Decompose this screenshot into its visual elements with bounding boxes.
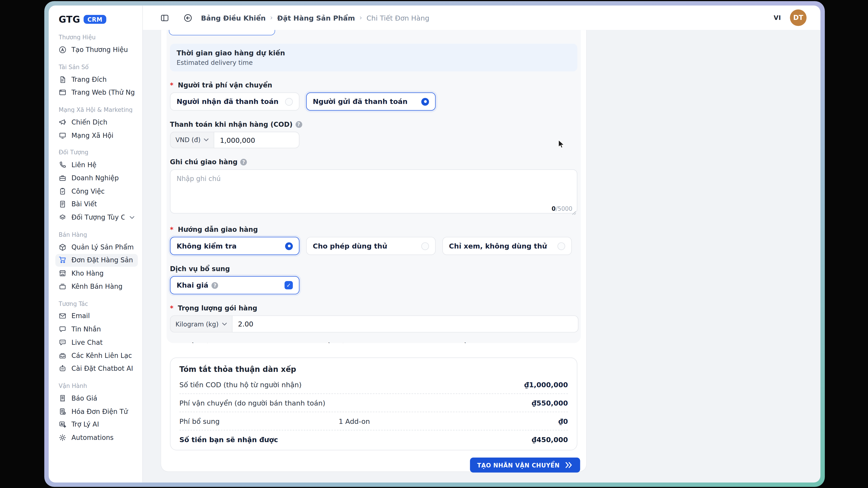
radio-selected-icon[interactable] [421, 98, 429, 105]
sidebar-item-doanh-nghiep[interactable]: Doanh Nghiệp [55, 171, 138, 185]
help-icon[interactable] [296, 121, 302, 128]
sidebar-item-cac-kenh-lien-lac[interactable]: Các Kênh Liên Lạc [55, 349, 138, 362]
summary-title: Tóm tắt thỏa thuận dàn xếp [179, 365, 568, 376]
height-label: Chiều cao [442, 343, 572, 343]
sidebar-item-don-dat-hang[interactable]: Đơn Đặt Hàng Sản Phẩ... [55, 254, 138, 267]
resize-handle-icon[interactable] [572, 211, 577, 215]
services-options: Khai giá [170, 276, 577, 294]
avatar[interactable]: DT [790, 9, 807, 26]
instruction-option-allow-trial[interactable]: Cho phép dùng thử [306, 237, 436, 255]
sidebar-item-tro-ly-ai[interactable]: Trợ Lý AI [55, 418, 138, 431]
brand-name: GTG [59, 14, 80, 25]
instruction-option-view-only[interactable]: Chỉ xem, không dùng thử [442, 237, 572, 255]
double-chevron-right-icon [565, 462, 573, 468]
sidebar-item-doi-tuong-tuy-chinh[interactable]: Đối Tượng Tùy Chỉnh [55, 211, 138, 224]
truncated-select-field[interactable] [169, 30, 275, 35]
sidebar-item-email[interactable]: Email [55, 310, 138, 323]
addon-count: 1 Add-on [339, 417, 558, 425]
create-shipping-label-button[interactable]: TẠO NHÃN VẬN CHUYỂN [470, 457, 580, 473]
sidebar-item-tao-thuong-hieu[interactable]: Tạo Thương Hiệu [55, 43, 138, 56]
receipt-icon [59, 394, 66, 402]
channel-icon [59, 283, 66, 290]
chevron-down-icon [204, 138, 209, 142]
length-label: Chiều dài [170, 343, 300, 343]
topbar: Bảng Điều Khiển › Đặt Hàng Sản Phẩm › Ch… [143, 5, 820, 30]
arrow-left-circle-icon [184, 13, 192, 22]
sidebar-item-hoa-don-dien-tu[interactable]: Hóa Đơn Điện Tử [55, 405, 138, 418]
sidebar-item-chatbot-ai[interactable]: Cài Đặt Chatbot AI [55, 362, 138, 375]
dimension-labels: Chiều dài cm Chiều rộng [170, 343, 577, 343]
sidebar-item-bai-viet[interactable]: Bài Viết [55, 198, 138, 211]
logo: GTG CRM [59, 12, 137, 27]
sidebar: GTG CRM Thương Hiệu Tạo Thương Hiệu Tài … [49, 5, 143, 482]
briefcase-icon [59, 174, 66, 182]
layers-icon [59, 214, 66, 221]
instruction-options: Không kiểm tra Cho phép dùng thử Chỉ xem… [170, 237, 577, 255]
service-option-declared-value[interactable]: Khai giá [170, 276, 300, 294]
sidebar-item-automations[interactable]: Automations [55, 431, 138, 444]
note-field-wrap: 0/5000 [170, 169, 577, 216]
brand-circle-icon [59, 46, 66, 54]
summary-row-addon-fee: Phí bổ sung 1 Add-on ₫0 [179, 412, 568, 430]
radio-selected-icon[interactable] [285, 242, 293, 250]
breadcrumb-order-detail: Chi Tiết Đơn Hàng [366, 13, 429, 22]
instruction-option-no-check[interactable]: Không kiểm tra [170, 237, 300, 255]
note-textarea[interactable] [170, 169, 577, 214]
weight-unit-select[interactable]: Kilogram (kg) [170, 315, 232, 332]
weight-value-input[interactable] [232, 315, 579, 332]
section-title-sales: Bán Hàng [59, 231, 137, 238]
chevron-down-icon [222, 322, 227, 326]
monitor-icon [59, 131, 66, 139]
width-label: Chiều rộng [306, 343, 436, 343]
sidebar-item-bao-gia[interactable]: Báo Giá [55, 392, 138, 405]
chat-icon [59, 325, 66, 333]
breadcrumb-separator: › [270, 14, 273, 22]
sidebar-item-live-chat[interactable]: Live Chat [55, 336, 138, 349]
sidebar-item-trang-web[interactable]: Trang Web (Thử Nghiệ... [55, 86, 138, 99]
form-actions: TẠO NHÃN VẬN CHUYỂN [167, 457, 580, 473]
browser-icon [59, 89, 66, 96]
sidebar-item-trang-dich[interactable]: Trang Đích [55, 73, 138, 86]
radio-unselected-icon[interactable] [557, 242, 565, 250]
help-icon[interactable] [240, 159, 247, 165]
screen: GTG CRM Thương Hiệu Tạo Thương Hiệu Tài … [0, 0, 868, 488]
sidebar-item-mang-xa-hoi[interactable]: Mạng Xã Hội [55, 129, 138, 142]
payer-option-sender[interactable]: Người gửi đã thanh toán [306, 92, 436, 111]
livechat-icon [59, 338, 66, 346]
section-title-operations: Vận Hành [59, 382, 137, 389]
language-switcher[interactable]: VI [774, 14, 781, 21]
weight-label: Trọng lượng gói hàng [170, 304, 577, 312]
breadcrumb-product-orders[interactable]: Đặt Hàng Sản Phẩm [277, 13, 355, 22]
breadcrumb-dashboard[interactable]: Bảng Điều Khiển [201, 13, 266, 22]
sidebar-item-tin-nhan[interactable]: Tin Nhắn [55, 323, 138, 336]
section-title-digital-assets: Tài Sản Số [59, 64, 137, 70]
sidebar-item-chien-dich[interactable]: Chiến Dịch [55, 116, 138, 129]
services-label: Dịch vụ bổ sung [170, 265, 577, 273]
app-window: GTG CRM Thương Hiệu Tạo Thương Hiệu Tài … [49, 5, 820, 482]
store-icon [59, 269, 66, 277]
box-icon [59, 243, 66, 251]
sidebar-item-kenh-ban-hang[interactable]: Kênh Bán Hàng [55, 280, 138, 293]
summary-row-shipping-fee: Phí vận chuyển (do người bán thanh toán)… [179, 394, 568, 412]
sidebar-item-quan-ly-san-pham[interactable]: Quản Lý Sản Phẩm [55, 240, 138, 254]
radio-unselected-icon[interactable] [285, 98, 293, 105]
currency-select[interactable]: VND (đ) [170, 132, 214, 148]
cod-amount-input[interactable] [214, 132, 300, 148]
estimated-delivery-box: Thời gian giao hàng dự kiến Estimated de… [170, 43, 577, 71]
sidebar-item-lien-he[interactable]: Liên Hệ [55, 158, 138, 171]
note-label: Ghi chú giao hàng [170, 158, 238, 166]
checkbox-checked-icon[interactable] [285, 281, 293, 289]
invoice-icon [59, 408, 66, 415]
payer-option-receiver[interactable]: Người nhận đã thanh toán [170, 92, 300, 111]
section-title-brand: Thương Hiệu [59, 34, 137, 40]
back-button[interactable] [181, 11, 194, 24]
section-title-interaction: Tương Tác [59, 300, 137, 307]
sidebar-item-kho-hang[interactable]: Kho Hàng [55, 267, 138, 280]
help-icon[interactable] [212, 282, 218, 289]
content-area: Thời gian giao hàng dự kiến Estimated de… [143, 30, 820, 482]
radio-unselected-icon[interactable] [421, 242, 429, 250]
sidebar-item-cong-viec[interactable]: Công Việc [55, 185, 138, 198]
cod-input-group: VND (đ) [170, 132, 300, 148]
envelope-icon [59, 312, 66, 320]
sidebar-toggle-button[interactable] [158, 11, 171, 24]
